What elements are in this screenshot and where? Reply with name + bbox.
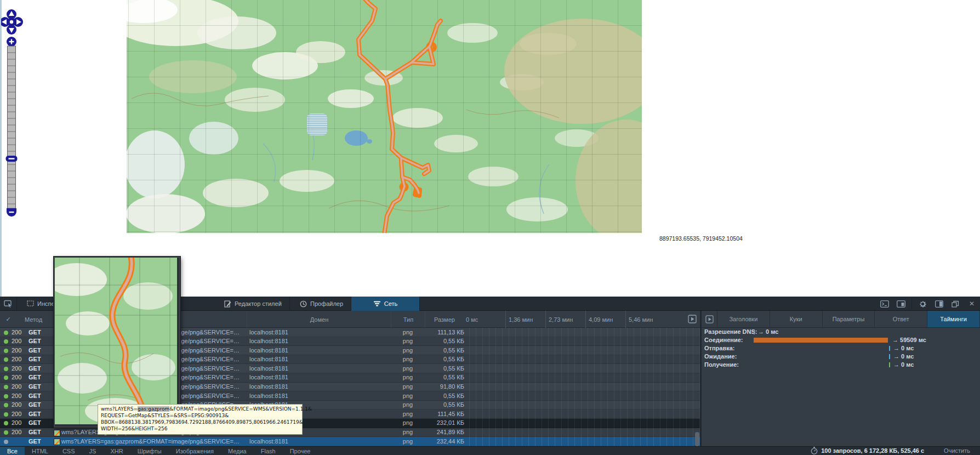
timeline-cell: [463, 337, 700, 346]
status-code: 200: [12, 347, 21, 354]
close-icon[interactable]: ✕: [965, 298, 979, 310]
request-domain: localhost:8181: [249, 393, 288, 399]
timeline-cell: [463, 346, 700, 355]
filter-css[interactable]: CSS: [55, 447, 82, 455]
detail-tab-куки[interactable]: Куки: [770, 311, 823, 327]
filter-все[interactable]: Все: [0, 447, 25, 455]
detach-icon[interactable]: [948, 298, 962, 310]
status-dot-icon: [4, 412, 8, 417]
pick-element-button[interactable]: [0, 297, 17, 310]
filter-шрифты[interactable]: Шрифты: [130, 447, 169, 455]
request-type: png: [391, 365, 425, 372]
filter-html[interactable]: HTML: [25, 447, 55, 455]
timeline-tick-label: 0 мс: [463, 311, 478, 328]
filter-прочее[interactable]: Прочее: [283, 447, 318, 455]
status-code: 200: [12, 356, 21, 362]
console-icon[interactable]: [878, 298, 892, 310]
timeline-cell: [463, 355, 700, 365]
profiler-icon: [300, 300, 307, 308]
filter-js[interactable]: JS: [82, 447, 104, 455]
timeline-tick-label: 2,73 мин: [545, 311, 573, 328]
request-method: GET: [29, 374, 41, 380]
stopwatch-icon: [811, 447, 818, 454]
status-code: 200: [12, 429, 21, 435]
request-method: GET: [29, 365, 41, 372]
image-preview-popup: [54, 257, 180, 428]
browser-window: 8897193.65535, 7919452.10504: [0, 0, 980, 455]
footer-status: 100 запросов, 6 172,28 КБ, 525,46 с Очис…: [811, 446, 980, 455]
tile-thumbnail-icon: [54, 430, 60, 436]
status-dot-icon: [4, 440, 8, 444]
timing-row: Соединение:→ 59509 мс: [702, 336, 980, 344]
status-code: 200: [12, 374, 21, 380]
timeline-cell: [463, 364, 700, 373]
column-type[interactable]: Тип: [391, 311, 425, 328]
column-domain[interactable]: Домен: [247, 311, 391, 328]
gear-icon[interactable]: [915, 298, 930, 310]
timing-label: Ожидание:: [704, 353, 737, 360]
column-check[interactable]: ✓: [2, 311, 14, 328]
filter-flash[interactable]: Flash: [254, 447, 283, 455]
map-panzoom-control[interactable]: [1, 8, 24, 227]
request-method: GET: [29, 356, 41, 362]
tab-network[interactable]: Сеть: [351, 297, 420, 311]
timing-tick: [889, 346, 890, 351]
request-type: png: [391, 383, 425, 390]
timing-value: → 0 мс: [758, 328, 778, 335]
status-code: 200: [12, 383, 21, 390]
map-viewport[interactable]: [127, 0, 642, 233]
tooltip-line-1: wms?LAYERS=gas:gazprom&FORMAT=image/png&…: [101, 406, 299, 412]
status-dot-icon: [4, 367, 8, 371]
timing-value: → 0 мс: [893, 361, 914, 368]
timing-value: → 0 мс: [893, 353, 914, 360]
tab-style-editor[interactable]: Редактор стилей: [216, 297, 290, 311]
status-code: 200: [12, 401, 21, 408]
tooltip-line-3: BBOX=8688138.3817969,7983694.7292188,876…: [101, 419, 299, 425]
request-method: GET: [29, 383, 41, 390]
tooltip-line-2: REQUEST=GetMap&STYLES=&SRS=EPSG:900913&: [101, 412, 299, 419]
table-row[interactable]: GETwms?LAYERS=gas:gazprom&FORMAT=image/p…: [0, 437, 700, 446]
tab-label: Профайлер: [310, 300, 343, 307]
collapse-panel-icon[interactable]: [702, 311, 717, 327]
timeline-cell: [463, 383, 700, 392]
timeline-cell: [463, 437, 700, 446]
split-panel-icon[interactable]: [932, 298, 946, 310]
request-size: 111,45 КБ: [425, 411, 464, 417]
clear-button[interactable]: Очистить: [927, 447, 980, 454]
topo-map-image: [127, 0, 642, 233]
request-size: 232,44 КБ: [425, 438, 464, 445]
request-type: png: [391, 393, 425, 399]
timing-label: Разрешение DNS:: [704, 328, 757, 335]
detail-tab-active[interactable]: Тайминги: [927, 311, 980, 327]
detail-tab-ответ[interactable]: Ответ: [875, 311, 927, 327]
zoom-slider[interactable]: [6, 46, 18, 208]
request-method: GET: [29, 393, 41, 399]
timeline-cell: [463, 410, 700, 419]
responsive-icon[interactable]: [894, 298, 908, 310]
filter-изображения[interactable]: Изображения: [169, 447, 221, 455]
status-dot-icon: [4, 349, 8, 353]
request-type: png: [391, 429, 425, 435]
filter-медиа[interactable]: Медиа: [221, 447, 254, 455]
status-code: 200: [12, 419, 21, 426]
timeline-tick-label: 5,46 мин: [625, 311, 653, 328]
timing-tick: [889, 354, 890, 359]
devtools-window-controls: ✕: [878, 297, 979, 311]
column-size[interactable]: Размер: [425, 311, 464, 328]
request-domain: localhost:8181: [249, 374, 288, 380]
column-method[interactable]: Метод: [16, 311, 50, 328]
timing-label: Соединение:: [704, 337, 743, 343]
filter-xhr[interactable]: XHR: [103, 447, 130, 455]
request-domain: localhost:8181: [249, 438, 288, 445]
detail-tab-параметры[interactable]: Параметры: [823, 311, 875, 327]
panel-toggle-icon[interactable]: [688, 315, 697, 325]
inspector-icon: [27, 300, 34, 307]
status-dot-icon: [4, 421, 8, 425]
status-dot-icon: [4, 403, 8, 407]
detail-tab-заголовки[interactable]: Заголовки: [717, 311, 770, 327]
request-type: png: [391, 374, 425, 380]
timeline-cell: [463, 401, 700, 410]
request-size: 0,55 КБ: [425, 338, 464, 344]
table-scrollbar-thumb[interactable]: [695, 432, 699, 446]
tab-profiler[interactable]: Профайлер: [292, 297, 351, 311]
